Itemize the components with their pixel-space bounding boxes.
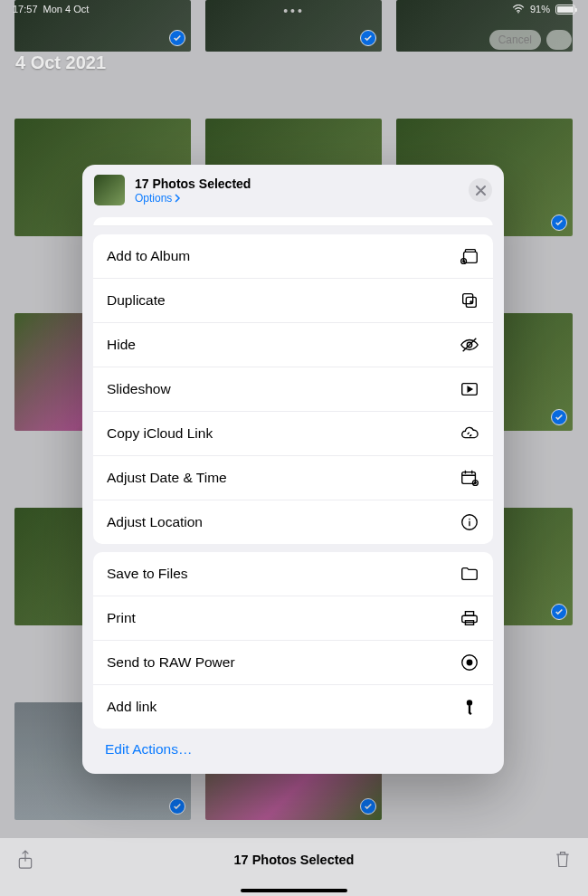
share-sheet: 17 Photos Selected Options Add to Album … bbox=[82, 165, 504, 774]
action-hide[interactable]: Hide bbox=[93, 322, 493, 367]
edit-actions-button[interactable]: Edit Actions… bbox=[82, 729, 504, 774]
chevron-right-icon bbox=[174, 194, 181, 203]
close-icon bbox=[476, 186, 486, 195]
action-save-to-files[interactable]: Save to Files bbox=[93, 552, 493, 596]
play-rect-icon bbox=[460, 379, 479, 399]
action-send-to-raw-power[interactable]: Send to RAW Power bbox=[93, 640, 493, 684]
svg-point-14 bbox=[467, 660, 472, 665]
printer-icon bbox=[460, 608, 479, 628]
svg-point-15 bbox=[467, 700, 472, 705]
action-copy-icloud-link[interactable]: Copy iCloud Link bbox=[93, 411, 493, 455]
sheet-title: 17 Photos Selected bbox=[135, 176, 459, 191]
sheet-options-button[interactable]: Options bbox=[135, 192, 459, 205]
action-add-link[interactable]: Add link bbox=[93, 684, 493, 729]
action-slideshow[interactable]: Slideshow bbox=[93, 367, 493, 411]
action-group-2: Save to Files Print Send to RAW Power Ad… bbox=[93, 552, 493, 729]
info-circle-icon bbox=[460, 512, 479, 532]
aperture-icon bbox=[460, 653, 479, 672]
key-icon bbox=[460, 697, 479, 717]
folder-icon bbox=[460, 564, 479, 584]
album-add-icon bbox=[460, 246, 479, 266]
action-adjust-date-time[interactable]: Adjust Date & Time bbox=[93, 455, 493, 500]
eye-slash-icon bbox=[460, 335, 479, 355]
action-print[interactable]: Print bbox=[93, 596, 493, 640]
svg-rect-11 bbox=[465, 612, 473, 616]
action-duplicate[interactable]: Duplicate bbox=[93, 278, 493, 322]
calendar-adjust-icon bbox=[460, 468, 479, 488]
selection-thumbnail bbox=[94, 175, 125, 205]
svg-rect-1 bbox=[464, 252, 478, 262]
cloud-link-icon bbox=[460, 424, 479, 443]
close-button[interactable] bbox=[469, 178, 492, 202]
action-group-1: Add to Album Duplicate Hide Slideshow Co… bbox=[93, 234, 493, 544]
action-add-to-album[interactable]: Add to Album bbox=[93, 234, 493, 278]
duplicate-icon bbox=[460, 291, 479, 310]
svg-rect-10 bbox=[462, 615, 478, 622]
action-adjust-location[interactable]: Adjust Location bbox=[93, 500, 493, 544]
